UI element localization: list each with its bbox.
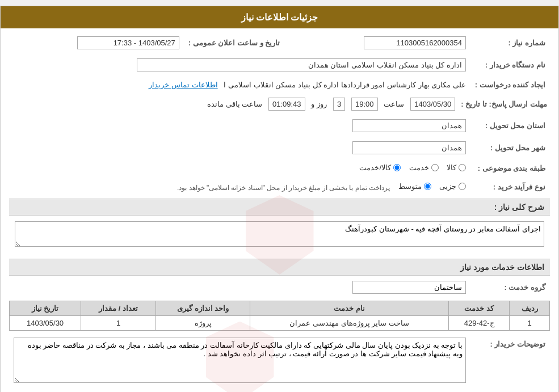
number-label: شماره نیاز : [470, 34, 550, 52]
creator-link[interactable]: اطلاعات تماس خریدار [149, 81, 217, 89]
buyer-label: نام دستگاه خریدار : [470, 56, 550, 74]
category-khedmat[interactable]: خدمت [409, 163, 439, 172]
deadline-time-label: ساعت [384, 100, 404, 108]
deadline-table: مهلت ارسال پاسخ: تا تاریخ : 1403/05/30 س… [9, 96, 550, 112]
number-input: 1103005162000354 [364, 36, 466, 49]
services-section-title: اطلاعات خدمات مورد نیاز [460, 263, 544, 272]
city-value: همدان [9, 139, 470, 157]
deadline-date: 1403/05/30 [410, 98, 455, 111]
buyer-note-table: توضیحات خریدار : [9, 335, 550, 387]
col-quantity: تعداد / مقدار [81, 301, 156, 316]
services-thead: ردیف کد خدمت نام خدمت واحد اندازه گیری ت… [10, 301, 550, 316]
category-table: طبقه بندی موضوعی : کالا خدمت کالا/خدمت [9, 161, 550, 175]
process-table: نوع فرآیند خرید : جزیی متوسط پرداخت تمام… [9, 180, 550, 194]
deadline-label: مهلت ارسال پاسخ: تا تاریخ : [458, 96, 550, 112]
service-group-input[interactable] [352, 281, 466, 294]
deadline-time: 19:00 [351, 98, 378, 111]
process-options: جزیی متوسط پرداخت تمام یا بخشی از مبلغ خ… [9, 180, 470, 194]
col-row-num: ردیف [510, 301, 550, 316]
col-unit: واحد اندازه گیری [156, 301, 250, 316]
buyer-note-label: توضیحات خریدار : [470, 335, 550, 387]
process-jozi[interactable]: جزیی [439, 182, 466, 191]
province-input: همدان [352, 119, 466, 132]
col-service-name: نام خدمت [250, 301, 449, 316]
process-motavaset[interactable]: متوسط [398, 182, 431, 191]
creator-value: علی مکاری بهار کارشناس امور قراردادها اد… [9, 78, 470, 91]
description-shield-bg [15, 221, 544, 248]
number-value: 1103005162000354 [296, 34, 470, 52]
category-label: طبقه بندی موضوعی : [470, 161, 550, 175]
table-row: 1ج-42-429ساخت سایر پروژه‌های مهندسی عمرا… [10, 316, 550, 331]
deadline-days: 3 [333, 98, 345, 111]
top-info-table: شماره نیاز : 1103005162000354 تاریخ و سا… [9, 34, 550, 52]
deadline-row: 1403/05/30 ساعت 19:00 3 روز و 01:09:43 س… [9, 96, 458, 112]
creator-table: ایجاد کننده درخواست : علی مکاری بهار کار… [9, 78, 550, 91]
process-note: پرداخت تمام یا بخشی از مبلغ خریدار از مح… [177, 184, 390, 192]
main-container: جزئیات اطلاعات نیاز شماره نیاز : 1103005… [0, 6, 559, 392]
buyer-input: اداره کل بنیاد مسکن انقلاب اسلامی استان … [137, 58, 466, 71]
deadline-remaining: 01:09:43 [268, 98, 305, 111]
col-date: تاریخ نیاز [10, 301, 81, 316]
province-table: استان محل تحویل : همدان [9, 117, 550, 134]
table-cell: 1403/05/30 [10, 316, 81, 331]
table-cell: ج-42-429 [448, 316, 509, 331]
city-label: شهر محل تحویل : [470, 139, 550, 157]
city-table: شهر محل تحویل : همدان [9, 139, 550, 157]
buyer-note-shield [14, 338, 466, 385]
table-cell: پروژه [156, 316, 250, 331]
services-section-header: اطلاعات خدمات مورد نیاز [9, 259, 550, 276]
announce-value: 1403/05/27 - 17:33 [9, 34, 184, 52]
creator-text: علی مکاری بهار کارشناس امور قراردادها اد… [224, 81, 465, 89]
city-input: همدان [352, 141, 466, 154]
services-table: ردیف کد خدمت نام خدمت واحد اندازه گیری ت… [9, 301, 550, 331]
col-service-code: کد خدمت [448, 301, 509, 316]
deadline-remaining-label: ساعت باقی مانده [207, 100, 262, 108]
description-section-header: شرح کلی نیاز : [9, 199, 550, 216]
creator-label: ایجاد کننده درخواست : [470, 78, 550, 91]
buyer-value: اداره کل بنیاد مسکن انقلاب اسلامی استان … [9, 56, 470, 74]
table-cell: 1 [510, 316, 550, 331]
table-cell: ساخت سایر پروژه‌های مهندسی عمران [250, 316, 449, 331]
process-label: نوع فرآیند خرید : [470, 180, 550, 194]
description-container [9, 218, 550, 254]
buyer-note-value [9, 335, 470, 387]
table-cell: 1 [81, 316, 156, 331]
province-value: همدان [9, 117, 470, 134]
category-options: کالا خدمت کالا/خدمت [9, 161, 470, 175]
announce-label: تاریخ و ساعت اعلان عمومی : [184, 34, 284, 52]
services-tbody: 1ج-42-429ساخت سایر پروژه‌های مهندسی عمرا… [10, 316, 550, 331]
deadline-days-label: روز و [311, 100, 327, 108]
service-group-value [9, 279, 470, 296]
description-label: شرح کلی نیاز : [494, 203, 544, 212]
content-area: شماره نیاز : 1103005162000354 تاریخ و سا… [1, 28, 558, 392]
province-label: استان محل تحویل : [470, 117, 550, 134]
category-kala[interactable]: کالا [447, 163, 466, 172]
buyer-note-textarea[interactable] [14, 338, 466, 383]
service-group-label: گروه خدمت : [470, 279, 550, 296]
buyer-table: نام دستگاه خریدار : اداره کل بنیاد مسکن … [9, 56, 550, 74]
header-title: جزئیات اطلاعات نیاز [241, 12, 318, 22]
announce-input: 1403/05/27 - 17:33 [77, 36, 179, 49]
service-group-table: گروه خدمت : [9, 279, 550, 296]
description-textarea[interactable] [15, 221, 544, 247]
page-header: جزئیات اطلاعات نیاز [1, 6, 558, 28]
category-kala-khedmat[interactable]: کالا/خدمت [359, 163, 401, 172]
